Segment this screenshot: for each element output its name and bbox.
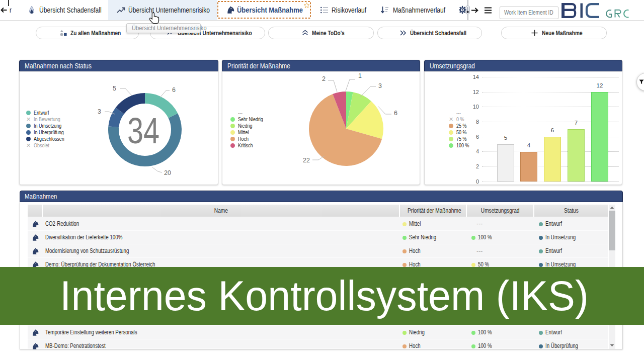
svg-text:3: 3 [98,108,101,115]
svg-text:5: 5 [113,85,116,92]
svg-text:3: 3 [378,82,382,89]
svg-text:6: 6 [394,110,397,117]
svg-text:1: 1 [358,72,362,79]
svg-text:2: 2 [322,75,326,82]
svg-text:6: 6 [172,86,176,94]
svg-text:20: 20 [164,169,171,176]
svg-text:22: 22 [303,157,310,164]
